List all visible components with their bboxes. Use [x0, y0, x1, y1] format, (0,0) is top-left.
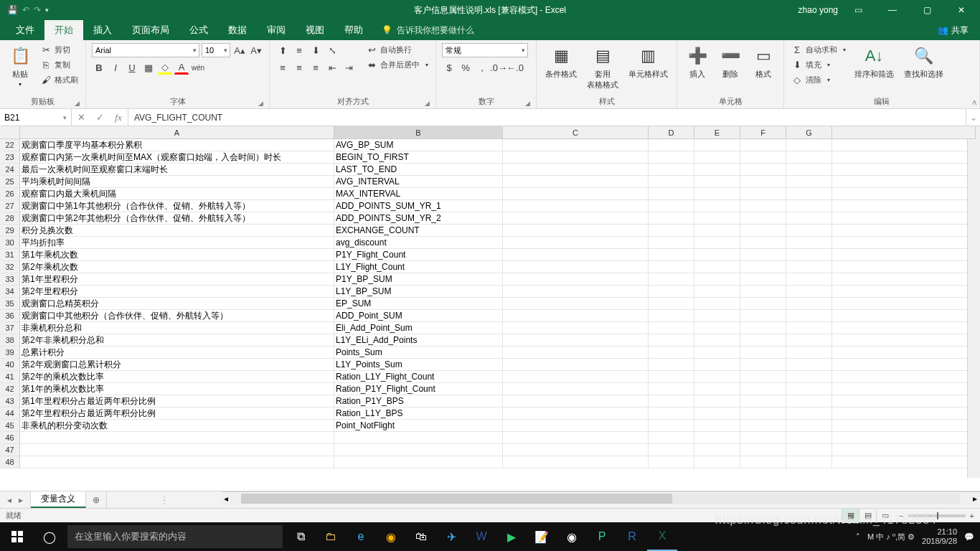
cell[interactable]	[832, 225, 976, 237]
cell[interactable]	[740, 249, 786, 261]
cell[interactable]	[786, 212, 832, 225]
cell[interactable]	[694, 225, 740, 237]
cell[interactable]: AVG_BP_SUM	[334, 139, 503, 151]
row-header-25[interactable]: 25	[0, 176, 20, 188]
cell[interactable]	[832, 444, 976, 456]
cell[interactable]: 总累计积分	[20, 347, 334, 359]
chrome-icon[interactable]: ◉	[557, 522, 587, 551]
cell[interactable]	[740, 273, 786, 286]
cell[interactable]	[832, 420, 976, 432]
row-header-38[interactable]: 38	[0, 334, 20, 347]
row-header-31[interactable]: 31	[0, 249, 20, 261]
cell[interactable]	[503, 249, 649, 261]
cell[interactable]	[503, 200, 649, 212]
insert-cells-button[interactable]: ➕插入	[683, 43, 712, 81]
cell[interactable]: 第1年乘机次数	[20, 249, 334, 261]
start-button[interactable]	[0, 522, 34, 551]
cell[interactable]	[786, 420, 832, 432]
store-icon[interactable]: 🛍	[406, 522, 436, 551]
cell[interactable]	[694, 139, 740, 151]
cell[interactable]	[832, 456, 976, 468]
cell[interactable]	[503, 383, 649, 395]
row-header-39[interactable]: 39	[0, 347, 20, 359]
collapse-ribbon-icon[interactable]: ʌ	[972, 98, 977, 107]
cell[interactable]	[786, 359, 832, 371]
cell[interactable]	[694, 383, 740, 395]
cell[interactable]	[740, 176, 786, 188]
cell[interactable]	[740, 371, 786, 383]
cell[interactable]	[786, 176, 832, 188]
tab-file[interactable]: 文件	[6, 20, 44, 40]
cell[interactable]: MAX_INTERVAL	[334, 188, 503, 200]
tell-me-search[interactable]: 💡告诉我你想要做什么	[373, 20, 474, 40]
cell[interactable]	[786, 432, 832, 444]
align-center-icon[interactable]: ≡	[292, 60, 306, 75]
cell[interactable]: 非乘机的积分变动次数	[20, 420, 334, 432]
cell[interactable]	[503, 310, 649, 322]
cell[interactable]	[740, 444, 786, 456]
cell[interactable]	[503, 420, 649, 432]
tab-split[interactable]: ⋮	[106, 491, 221, 508]
cell-styles-button[interactable]: ▥单元格样式	[626, 43, 671, 81]
row-header-32[interactable]: 32	[0, 261, 20, 273]
cell[interactable]	[832, 347, 976, 359]
cell[interactable]: BEGIN_TO_FIRST	[334, 151, 503, 164]
cell[interactable]	[694, 249, 740, 261]
find-select-button[interactable]: 🔍查找和选择	[901, 43, 946, 81]
format-table-button[interactable]: ▤套用 表格格式	[584, 43, 621, 92]
dialog-launcher-icon[interactable]: ◢	[525, 100, 530, 107]
fill-button[interactable]: ⬇填充▾	[790, 58, 847, 71]
cell[interactable]	[740, 432, 786, 444]
cell[interactable]	[503, 237, 649, 249]
file-explorer-icon[interactable]: 🗀	[316, 522, 346, 551]
row-header-48[interactable]: 48	[0, 456, 20, 468]
scroll-left-icon[interactable]: ◂	[221, 494, 231, 504]
excel-icon[interactable]: X	[647, 522, 677, 551]
qat-customize-icon[interactable]: ▾	[45, 6, 49, 14]
cell[interactable]	[503, 151, 649, 164]
row-header-42[interactable]: 42	[0, 383, 20, 395]
cell[interactable]: 非乘机积分总和	[20, 322, 334, 334]
cell[interactable]	[503, 359, 649, 371]
cell[interactable]	[20, 432, 334, 444]
user-name[interactable]: zhao yong	[798, 5, 838, 15]
redo-icon[interactable]: ↷	[34, 5, 41, 15]
cut-button[interactable]: ✂剪切	[39, 43, 80, 56]
cell[interactable]	[694, 322, 740, 334]
cell[interactable]	[694, 310, 740, 322]
indent-decrease-icon[interactable]: ⇤	[325, 60, 339, 75]
cell[interactable]	[832, 139, 976, 151]
cell[interactable]	[740, 200, 786, 212]
cell[interactable]: 观测窗口中其他积分（合作伙伴、促销、外航转入等）	[20, 310, 334, 322]
cell[interactable]: 最后一次乘机时间至观察窗口末端时长	[20, 164, 334, 176]
cell[interactable]	[503, 212, 649, 225]
cell[interactable]: 第1年里程积分	[20, 273, 334, 286]
cell[interactable]	[503, 286, 649, 298]
fill-color-button[interactable]: ◇	[158, 60, 172, 75]
add-sheet-button[interactable]: ⊕	[86, 491, 106, 508]
wrap-text-button[interactable]: ↩自动换行	[364, 43, 430, 56]
edge-icon[interactable]: e	[346, 522, 376, 551]
cell[interactable]	[503, 408, 649, 420]
cell[interactable]: Ration_P1Y_BPS	[334, 395, 503, 408]
cell[interactable]: 平均折扣率	[20, 237, 334, 249]
cell[interactable]	[20, 444, 334, 456]
select-all-corner[interactable]	[0, 126, 20, 139]
row-header-43[interactable]: 43	[0, 395, 20, 408]
cell[interactable]	[832, 395, 976, 408]
col-header-D[interactable]: D	[649, 126, 694, 139]
close-button[interactable]: ✕	[947, 0, 976, 20]
tab-view[interactable]: 视图	[296, 20, 334, 40]
npp-icon[interactable]: 📝	[527, 522, 557, 551]
dialog-launcher-icon[interactable]: ◢	[75, 100, 80, 107]
cell[interactable]	[694, 420, 740, 432]
cell[interactable]	[786, 261, 832, 273]
cell[interactable]	[649, 310, 694, 322]
cell[interactable]	[694, 200, 740, 212]
cell[interactable]: 第1年里程积分占最近两年积分比例	[20, 395, 334, 408]
cell[interactable]: 观察窗口内第一次乘机时间至MAX（观察窗口始端，入会时间）时长	[20, 151, 334, 164]
cell[interactable]	[786, 139, 832, 151]
chevron-left-icon[interactable]: ◂	[7, 495, 11, 505]
cell[interactable]: 积分兑换次数	[20, 225, 334, 237]
cell[interactable]	[740, 286, 786, 298]
